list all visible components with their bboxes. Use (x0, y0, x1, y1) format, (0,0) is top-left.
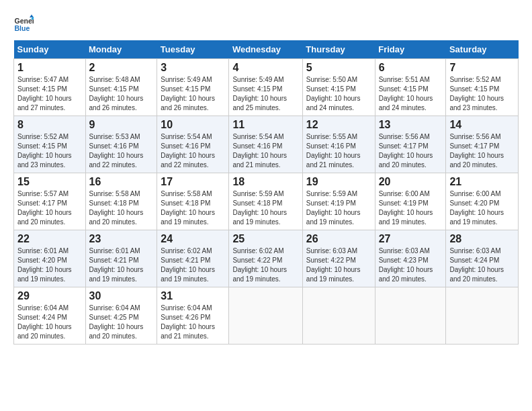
calendar-cell: 19 Sunrise: 5:59 AM Sunset: 4:19 PM Dayl… (302, 173, 375, 230)
calendar-cell: 5 Sunrise: 5:50 AM Sunset: 4:15 PM Dayli… (302, 59, 375, 116)
calendar-cell: 29 Sunrise: 6:04 AM Sunset: 4:24 PM Dayl… (14, 287, 86, 345)
calendar-cell: 4 Sunrise: 5:49 AM Sunset: 4:15 PM Dayli… (229, 59, 302, 116)
calendar-cell: 17 Sunrise: 5:58 AM Sunset: 4:18 PM Dayl… (157, 173, 229, 230)
day-info: Sunrise: 5:49 AM Sunset: 4:15 PM Dayligh… (161, 75, 225, 113)
day-number: 31 (161, 290, 225, 302)
day-info: Sunrise: 5:52 AM Sunset: 4:15 PM Dayligh… (17, 132, 82, 170)
day-info: Sunrise: 5:51 AM Sunset: 4:15 PM Dayligh… (379, 75, 443, 113)
day-number: 9 (89, 119, 154, 131)
day-info: Sunrise: 5:50 AM Sunset: 4:15 PM Dayligh… (306, 75, 371, 113)
day-info: Sunrise: 5:55 AM Sunset: 4:16 PM Dayligh… (306, 132, 371, 170)
day-number: 11 (232, 119, 298, 131)
day-info: Sunrise: 5:47 AM Sunset: 4:15 PM Dayligh… (17, 75, 82, 113)
calendar-cell (302, 287, 375, 345)
calendar-cell: 8 Sunrise: 5:52 AM Sunset: 4:15 PM Dayli… (14, 116, 86, 173)
day-number: 21 (449, 176, 515, 188)
calendar-cell: 10 Sunrise: 5:54 AM Sunset: 4:16 PM Dayl… (157, 116, 229, 173)
calendar-cell: 27 Sunrise: 6:03 AM Sunset: 4:23 PM Dayl… (375, 230, 446, 287)
day-number: 13 (379, 119, 443, 131)
day-number: 15 (17, 176, 82, 188)
calendar-cell: 28 Sunrise: 6:03 AM Sunset: 4:24 PM Dayl… (446, 230, 519, 287)
day-info: Sunrise: 5:53 AM Sunset: 4:16 PM Dayligh… (89, 132, 154, 170)
calendar-cell: 24 Sunrise: 6:02 AM Sunset: 4:21 PM Dayl… (157, 230, 229, 287)
day-info: Sunrise: 6:02 AM Sunset: 4:21 PM Dayligh… (161, 246, 225, 284)
svg-text:Blue: Blue (15, 24, 30, 32)
calendar-cell: 18 Sunrise: 5:59 AM Sunset: 4:18 PM Dayl… (229, 173, 302, 230)
calendar-cell: 11 Sunrise: 5:54 AM Sunset: 4:16 PM Dayl… (229, 116, 302, 173)
calendar-cell: 7 Sunrise: 5:52 AM Sunset: 4:15 PM Dayli… (446, 59, 519, 116)
day-number: 22 (17, 233, 82, 245)
calendar-cell: 23 Sunrise: 6:01 AM Sunset: 4:21 PM Dayl… (85, 230, 157, 287)
calendar-cell (375, 287, 446, 345)
weekday-header-row: SundayMondayTuesdayWednesdayThursdayFrid… (14, 40, 519, 59)
day-number: 2 (89, 62, 154, 74)
day-info: Sunrise: 6:03 AM Sunset: 4:24 PM Dayligh… (449, 246, 515, 284)
day-info: Sunrise: 5:56 AM Sunset: 4:17 PM Dayligh… (449, 132, 515, 170)
day-info: Sunrise: 5:59 AM Sunset: 4:19 PM Dayligh… (306, 189, 371, 227)
day-number: 10 (161, 119, 225, 131)
day-info: Sunrise: 6:00 AM Sunset: 4:19 PM Dayligh… (379, 189, 443, 227)
day-info: Sunrise: 6:01 AM Sunset: 4:20 PM Dayligh… (17, 246, 82, 284)
logo-icon: General Blue (13, 13, 34, 34)
logo: General Blue (13, 13, 36, 34)
weekday-header: Saturday (446, 40, 519, 59)
day-number: 24 (161, 233, 225, 245)
day-number: 4 (232, 62, 298, 74)
calendar-cell: 3 Sunrise: 5:49 AM Sunset: 4:15 PM Dayli… (157, 59, 229, 116)
calendar-cell: 30 Sunrise: 6:04 AM Sunset: 4:25 PM Dayl… (85, 287, 157, 345)
calendar-cell (229, 287, 302, 345)
calendar-cell: 15 Sunrise: 5:57 AM Sunset: 4:17 PM Dayl… (14, 173, 86, 230)
day-number: 20 (379, 176, 443, 188)
calendar-cell: 22 Sunrise: 6:01 AM Sunset: 4:20 PM Dayl… (14, 230, 86, 287)
day-number: 17 (161, 176, 225, 188)
day-number: 19 (306, 176, 371, 188)
day-info: Sunrise: 5:56 AM Sunset: 4:17 PM Dayligh… (379, 132, 443, 170)
day-number: 26 (306, 233, 371, 245)
day-info: Sunrise: 5:52 AM Sunset: 4:15 PM Dayligh… (449, 75, 515, 113)
calendar-week-row: 29 Sunrise: 6:04 AM Sunset: 4:24 PM Dayl… (14, 287, 519, 345)
day-info: Sunrise: 6:03 AM Sunset: 4:22 PM Dayligh… (306, 246, 371, 284)
day-info: Sunrise: 6:04 AM Sunset: 4:26 PM Dayligh… (161, 304, 225, 341)
day-number: 30 (89, 290, 154, 302)
day-number: 29 (17, 290, 82, 302)
day-info: Sunrise: 6:02 AM Sunset: 4:22 PM Dayligh… (232, 246, 298, 284)
day-info: Sunrise: 6:04 AM Sunset: 4:24 PM Dayligh… (17, 304, 82, 341)
calendar-table: SundayMondayTuesdayWednesdayThursdayFrid… (13, 40, 519, 345)
day-info: Sunrise: 6:03 AM Sunset: 4:23 PM Dayligh… (379, 246, 443, 284)
day-number: 12 (306, 119, 371, 131)
day-info: Sunrise: 5:54 AM Sunset: 4:16 PM Dayligh… (161, 132, 225, 170)
calendar-week-row: 22 Sunrise: 6:01 AM Sunset: 4:20 PM Dayl… (14, 230, 519, 287)
day-number: 8 (17, 119, 82, 131)
day-number: 14 (449, 119, 515, 131)
day-number: 6 (379, 62, 443, 74)
svg-marker-2 (30, 15, 34, 18)
calendar-cell: 6 Sunrise: 5:51 AM Sunset: 4:15 PM Dayli… (375, 59, 446, 116)
day-number: 1 (17, 62, 82, 74)
day-info: Sunrise: 5:48 AM Sunset: 4:15 PM Dayligh… (89, 75, 154, 113)
calendar-cell: 14 Sunrise: 5:56 AM Sunset: 4:17 PM Dayl… (446, 116, 519, 173)
day-info: Sunrise: 6:04 AM Sunset: 4:25 PM Dayligh… (89, 304, 154, 341)
weekday-header: Monday (85, 40, 157, 59)
day-info: Sunrise: 6:01 AM Sunset: 4:21 PM Dayligh… (89, 246, 154, 284)
calendar-cell (446, 287, 519, 345)
day-number: 25 (232, 233, 298, 245)
calendar-cell: 25 Sunrise: 6:02 AM Sunset: 4:22 PM Dayl… (229, 230, 302, 287)
weekday-header: Friday (375, 40, 446, 59)
calendar-cell: 2 Sunrise: 5:48 AM Sunset: 4:15 PM Dayli… (85, 59, 157, 116)
day-number: 16 (89, 176, 154, 188)
calendar-cell: 21 Sunrise: 6:00 AM Sunset: 4:20 PM Dayl… (446, 173, 519, 230)
day-number: 27 (379, 233, 443, 245)
calendar-week-row: 8 Sunrise: 5:52 AM Sunset: 4:15 PM Dayli… (14, 116, 519, 173)
calendar-cell: 16 Sunrise: 5:58 AM Sunset: 4:18 PM Dayl… (85, 173, 157, 230)
day-number: 18 (232, 176, 298, 188)
day-info: Sunrise: 5:59 AM Sunset: 4:18 PM Dayligh… (232, 189, 298, 227)
weekday-header: Thursday (302, 40, 375, 59)
day-number: 7 (449, 62, 515, 74)
day-info: Sunrise: 5:57 AM Sunset: 4:17 PM Dayligh… (17, 189, 82, 227)
calendar-week-row: 15 Sunrise: 5:57 AM Sunset: 4:17 PM Dayl… (14, 173, 519, 230)
day-info: Sunrise: 6:00 AM Sunset: 4:20 PM Dayligh… (449, 189, 515, 227)
day-info: Sunrise: 5:58 AM Sunset: 4:18 PM Dayligh… (89, 189, 154, 227)
day-number: 3 (161, 62, 225, 74)
calendar-cell: 26 Sunrise: 6:03 AM Sunset: 4:22 PM Dayl… (302, 230, 375, 287)
day-number: 28 (449, 233, 515, 245)
